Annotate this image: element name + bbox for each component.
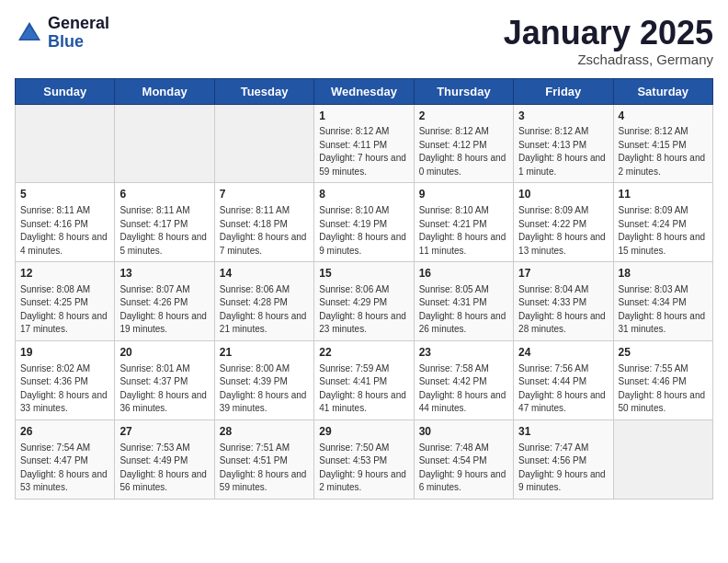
cell-content: Sunrise: 7:47 AMSunset: 4:56 PMDaylight:… [518, 442, 608, 495]
day-number: 13 [119, 266, 209, 282]
weekday-header: Monday [115, 78, 214, 104]
calendar-cell: 13Sunrise: 8:07 AMSunset: 4:26 PMDayligh… [115, 262, 214, 341]
day-number: 11 [619, 187, 708, 202]
day-number: 23 [419, 345, 508, 361]
calendar-cell: 21Sunrise: 8:00 AMSunset: 4:39 PMDayligh… [214, 340, 313, 419]
calendar-cell: 18Sunrise: 8:03 AMSunset: 4:34 PMDayligh… [613, 262, 712, 341]
weekday-header-row: SundayMondayTuesdayWednesdayThursdayFrid… [16, 78, 713, 104]
day-number: 6 [119, 187, 209, 202]
location-subtitle: Zschadrass, Germany [504, 52, 713, 67]
cell-content: Sunrise: 7:59 AMSunset: 4:41 PMDaylight:… [319, 362, 408, 416]
calendar-cell [115, 104, 214, 183]
day-number: 24 [518, 345, 608, 361]
day-number: 12 [20, 266, 109, 282]
day-number: 15 [319, 266, 408, 282]
weekday-header: Thursday [414, 78, 513, 104]
cell-content: Sunrise: 8:10 AMSunset: 4:19 PMDaylight:… [319, 204, 408, 258]
calendar-cell: 31Sunrise: 7:47 AMSunset: 4:56 PMDayligh… [514, 419, 613, 499]
day-number: 20 [119, 345, 209, 361]
day-number: 10 [518, 187, 608, 202]
day-number: 26 [20, 424, 109, 440]
calendar-cell: 3Sunrise: 8:12 AMSunset: 4:13 PMDaylight… [514, 104, 613, 183]
title-block: January 2025 Zschadrass, Germany [504, 15, 713, 67]
calendar-cell: 2Sunrise: 8:12 AMSunset: 4:12 PMDaylight… [414, 104, 513, 183]
day-number: 27 [119, 424, 209, 440]
cell-content: Sunrise: 7:53 AMSunset: 4:49 PMDaylight:… [119, 442, 209, 495]
calendar-week-row: 26Sunrise: 7:54 AMSunset: 4:47 PMDayligh… [16, 419, 713, 499]
calendar-cell: 23Sunrise: 7:58 AMSunset: 4:42 PMDayligh… [414, 340, 513, 419]
calendar-table: SundayMondayTuesdayWednesdayThursdayFrid… [15, 78, 713, 500]
calendar-cell [613, 419, 712, 499]
cell-content: Sunrise: 8:01 AMSunset: 4:37 PMDaylight:… [119, 362, 209, 416]
logo: General Blue [15, 15, 109, 52]
cell-content: Sunrise: 8:12 AMSunset: 4:15 PMDaylight:… [619, 125, 708, 178]
cell-content: Sunrise: 7:58 AMSunset: 4:42 PMDaylight:… [419, 362, 508, 416]
calendar-cell: 29Sunrise: 7:50 AMSunset: 4:53 PMDayligh… [314, 419, 414, 499]
calendar-week-row: 19Sunrise: 8:02 AMSunset: 4:36 PMDayligh… [16, 340, 713, 419]
calendar-cell: 26Sunrise: 7:54 AMSunset: 4:47 PMDayligh… [16, 419, 115, 499]
calendar-cell: 25Sunrise: 7:55 AMSunset: 4:46 PMDayligh… [613, 340, 712, 419]
cell-content: Sunrise: 8:03 AMSunset: 4:34 PMDaylight:… [619, 283, 708, 337]
cell-content: Sunrise: 8:11 AMSunset: 4:18 PMDaylight:… [220, 204, 309, 258]
cell-content: Sunrise: 8:12 AMSunset: 4:11 PMDaylight:… [319, 125, 408, 178]
calendar-cell: 7Sunrise: 8:11 AMSunset: 4:18 PMDaylight… [214, 183, 313, 262]
cell-content: Sunrise: 8:10 AMSunset: 4:21 PMDaylight:… [419, 204, 508, 258]
day-number: 8 [319, 187, 408, 202]
weekday-header: Tuesday [214, 78, 313, 104]
cell-content: Sunrise: 8:06 AMSunset: 4:29 PMDaylight:… [319, 283, 408, 337]
day-number: 28 [220, 424, 309, 440]
day-number: 4 [619, 109, 708, 124]
calendar-week-row: 5Sunrise: 8:11 AMSunset: 4:16 PMDaylight… [16, 183, 713, 262]
calendar-cell: 28Sunrise: 7:51 AMSunset: 4:51 PMDayligh… [214, 419, 313, 499]
day-number: 7 [220, 187, 309, 202]
cell-content: Sunrise: 8:00 AMSunset: 4:39 PMDaylight:… [220, 362, 309, 416]
calendar-cell: 4Sunrise: 8:12 AMSunset: 4:15 PMDaylight… [613, 104, 712, 183]
calendar-cell: 20Sunrise: 8:01 AMSunset: 4:37 PMDayligh… [115, 340, 214, 419]
calendar-cell: 16Sunrise: 8:05 AMSunset: 4:31 PMDayligh… [414, 262, 513, 341]
calendar-cell: 14Sunrise: 8:06 AMSunset: 4:28 PMDayligh… [214, 262, 313, 341]
calendar-cell: 30Sunrise: 7:48 AMSunset: 4:54 PMDayligh… [414, 419, 513, 499]
cell-content: Sunrise: 8:09 AMSunset: 4:22 PMDaylight:… [518, 204, 608, 258]
weekday-header: Sunday [16, 78, 115, 104]
calendar-cell: 19Sunrise: 8:02 AMSunset: 4:36 PMDayligh… [16, 340, 115, 419]
calendar-cell [16, 104, 115, 183]
cell-content: Sunrise: 8:09 AMSunset: 4:24 PMDaylight:… [619, 204, 708, 258]
cell-content: Sunrise: 7:51 AMSunset: 4:51 PMDaylight:… [220, 442, 309, 495]
cell-content: Sunrise: 8:12 AMSunset: 4:12 PMDaylight:… [419, 125, 508, 178]
cell-content: Sunrise: 8:08 AMSunset: 4:25 PMDaylight:… [20, 283, 109, 337]
calendar-cell: 10Sunrise: 8:09 AMSunset: 4:22 PMDayligh… [514, 183, 613, 262]
day-number: 21 [220, 345, 309, 361]
cell-content: Sunrise: 8:05 AMSunset: 4:31 PMDaylight:… [419, 283, 508, 337]
calendar-cell: 1Sunrise: 8:12 AMSunset: 4:11 PMDaylight… [314, 104, 414, 183]
calendar-cell: 12Sunrise: 8:08 AMSunset: 4:25 PMDayligh… [16, 262, 115, 341]
day-number: 14 [220, 266, 309, 282]
weekday-header: Friday [514, 78, 613, 104]
cell-content: Sunrise: 7:56 AMSunset: 4:44 PMDaylight:… [518, 362, 608, 416]
cell-content: Sunrise: 8:12 AMSunset: 4:13 PMDaylight:… [518, 125, 608, 178]
day-number: 16 [419, 266, 508, 282]
day-number: 19 [20, 345, 109, 361]
calendar-cell: 27Sunrise: 7:53 AMSunset: 4:49 PMDayligh… [115, 419, 214, 499]
logo-general-text: General [48, 15, 109, 33]
day-number: 2 [419, 109, 508, 124]
calendar-cell: 8Sunrise: 8:10 AMSunset: 4:19 PMDaylight… [314, 183, 414, 262]
day-number: 5 [20, 187, 109, 202]
calendar-cell: 15Sunrise: 8:06 AMSunset: 4:29 PMDayligh… [314, 262, 414, 341]
calendar-cell: 9Sunrise: 8:10 AMSunset: 4:21 PMDaylight… [414, 183, 513, 262]
weekday-header: Saturday [613, 78, 712, 104]
month-year-title: January 2025 [504, 15, 713, 52]
day-number: 17 [518, 266, 608, 282]
calendar-cell: 24Sunrise: 7:56 AMSunset: 4:44 PMDayligh… [514, 340, 613, 419]
day-number: 9 [419, 187, 508, 202]
day-number: 30 [419, 424, 508, 440]
cell-content: Sunrise: 8:06 AMSunset: 4:28 PMDaylight:… [220, 283, 309, 337]
logo-icon [15, 18, 44, 48]
calendar-week-row: 12Sunrise: 8:08 AMSunset: 4:25 PMDayligh… [16, 262, 713, 341]
calendar-cell [214, 104, 313, 183]
calendar-cell: 6Sunrise: 8:11 AMSunset: 4:17 PMDaylight… [115, 183, 214, 262]
calendar-week-row: 1Sunrise: 8:12 AMSunset: 4:11 PMDaylight… [16, 104, 713, 183]
cell-content: Sunrise: 7:50 AMSunset: 4:53 PMDaylight:… [319, 442, 408, 495]
calendar-cell: 5Sunrise: 8:11 AMSunset: 4:16 PMDaylight… [16, 183, 115, 262]
day-number: 18 [619, 266, 708, 282]
cell-content: Sunrise: 7:48 AMSunset: 4:54 PMDaylight:… [419, 442, 508, 495]
